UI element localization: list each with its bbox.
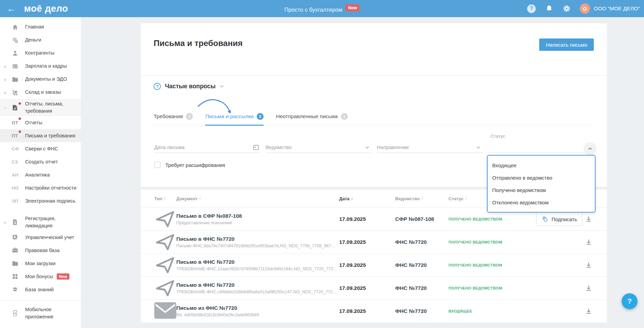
date-filter-input[interactable]: Дата письма [154,142,260,153]
document-cell: Письмо в ФНС №7720 ТРЕБОВАНИЕ-ФНС,c94bbb… [176,282,339,294]
sign-button[interactable]: Подписать [536,212,582,226]
sidebar-item-sklad[interactable]: +Склад и заказы [0,86,81,99]
sidebar-item-registratsiya[interactable]: +Регистрация, ликвидация [0,214,81,231]
sidebar-item-icon: ПТ [12,132,21,139]
sidebar-item-sverki-fns[interactable]: СФСверки с ФНС [0,142,81,155]
table-row[interactable]: Письмо из ФНС №7720 Re: 4d05b58b42818c8f… [141,299,607,323]
sidebar-item-moi-bonusy[interactable]: Мои бонусыNew [0,270,81,283]
help-icon[interactable]: ? [527,4,536,13]
expand-plus-icon[interactable]: + [3,64,7,69]
status-option[interactable]: Получено ведомством [488,184,595,196]
promo-banner[interactable]: Просто с бухгалтером New [284,4,359,13]
status-option[interactable]: Отправлено в ведомство [488,171,595,184]
sidebar-item-label: Контрагенты [25,49,54,57]
sidebar-item-label: Регистрация, ликвидация [25,215,77,229]
decrypt-checkbox[interactable] [154,162,160,168]
status-filter-select[interactable]: Статус ВходящееОтправлено в ведомствоПол… [488,142,594,153]
sidebar-item-moi-zagruzki[interactable]: Мои загрузки [0,257,81,270]
sign-button-label: Подписать [552,216,577,222]
chevron-up-icon[interactable] [584,142,597,155]
mobile-icon [12,310,19,317]
sidebar-item-icon [12,76,21,83]
sidebar-item-icon [12,89,21,96]
bell-icon[interactable] [545,4,553,13]
column-header-документ[interactable]: Документ↑ [176,196,339,201]
status-option[interactable]: Входящее [488,159,595,171]
document-subtitle: Re: 4d05b58b42818c8f40e26c3a4d960849 [176,313,339,317]
column-header-ведомство[interactable]: Ведомство↑ [395,196,448,201]
sidebar-item-kontragenty[interactable]: Контрагенты [0,47,81,60]
tab-pisma-i-rassylki[interactable]: Письма и рассылки2 [205,113,264,125]
page-header: Письма и требования Написать письмо [141,23,607,75]
sort-arrow-icon: ↑ [199,196,201,201]
sidebar-item-dokumenty[interactable]: +Документы и ЭДО [0,73,81,86]
back-arrow-icon[interactable]: ← [7,4,16,13]
date-cell: 17.09.2025 [339,262,395,268]
tab-trebovaniya[interactable]: Требования1 [154,113,193,125]
download-icon[interactable] [585,215,592,223]
tab-neotpravlennye-pisma[interactable]: Неотправленные письма1 [276,113,348,125]
sidebar-item-baza-znaniy[interactable]: База знаний [0,283,81,296]
sidebar: Главная₽ДеньгиКонтрагенты+Зарплата и кад… [0,17,81,328]
sidebar-item-analitika[interactable]: АНАналитика [0,168,81,181]
avatar[interactable]: O [580,3,590,14]
support-fab-button[interactable]: ? [622,293,637,309]
sidebar-item-icon [12,286,21,293]
sidebar-item-abbr: АН [12,172,18,178]
sidebar-item-label: Настройки отчетности [25,184,76,192]
svg-text:₽: ₽ [15,40,17,43]
sidebar-item-dengi[interactable]: ₽Деньги [0,34,81,47]
expand-plus-icon[interactable]: + [3,90,7,95]
sidebar-item-label: Аналитика [25,171,50,179]
expand-plus-icon[interactable]: + [3,219,7,225]
sidebar-item-label: База знаний [25,286,54,293]
decrypt-checkbox-label: Требует расшифрования [165,162,225,168]
row-actions [536,277,607,299]
contractors-icon [12,50,19,57]
download-icon[interactable] [585,238,592,246]
direction-filter-placeholder: Направление [377,144,409,150]
faq-label: Частые вопросы [165,83,216,90]
chevron-down-icon [475,144,481,150]
sidebar-item-sozdat-otchet[interactable]: СЗСоздать отчет [0,155,81,168]
sidebar-item-glavnaya[interactable]: Главная [0,21,81,34]
sidebar-item-zarplata[interactable]: +Зарплата и кадры [0,60,81,73]
direction-filter-select[interactable]: Направление [377,142,483,153]
sidebar-item-icon: СЗ [12,158,21,166]
sidebar-item-nastroyki-otchetnosti[interactable]: НОНастройки отчетности [0,181,81,194]
faq-row[interactable]: ? Частые вопросы [141,75,607,97]
calendar-icon[interactable] [253,144,259,150]
chevron-down-icon[interactable] [219,84,224,89]
gear-icon[interactable] [563,4,571,13]
sidebar-item-upravlencheskiy-uchet[interactable]: ₽Управленческий учет [0,231,81,244]
sidebar-item-mobilnoe-prilozhenie[interactable]: Мобильное приложение [0,305,81,322]
expand-plus-icon[interactable]: + [3,77,7,82]
sidebar-item-icon: СФ [12,145,21,152]
download-icon[interactable] [585,261,592,269]
table-row[interactable]: Письмо в ФНС №7720 ТРЕБОВАНИЕ-ФНС,c94bbb… [141,276,607,299]
download-icon[interactable] [585,307,592,315]
column-header-тип[interactable]: Тип↑ [154,196,176,201]
status-option[interactable]: Отклонено ведомством [488,196,595,208]
table-row[interactable]: Письмо в ФНС №7720 Письмо-ФНС,9da78c7407… [141,230,607,253]
compose-letter-button[interactable]: Написать письмо [539,38,594,51]
sidebar-item-abbr: ПТ [12,133,18,138]
sidebar-item-label: Мои загрузки [25,260,56,267]
column-header-дата[interactable]: Дата↓ [339,196,395,201]
sidebar-item-label: Сверки с ФНС [25,145,58,152]
agency-filter-select[interactable]: Ведомство [266,142,372,153]
tab-count-badge: 1 [186,113,193,120]
sort-arrow-icon: ↓ [351,196,353,201]
filters-section: Дата письма Ведомство Напр [141,125,607,187]
sidebar-item-pisma-i-trebovaniya[interactable]: ПТПисьма и требования [0,129,81,142]
collapse-minus-icon[interactable]: − [3,105,7,111]
download-icon[interactable] [585,284,592,292]
sidebar-item-otchety-pisma-trebovaniya[interactable]: −Отчеты, письма, требования [0,99,81,116]
table-row[interactable]: Письмо в ФНС №7720 ТРЕБОВАНИЕ-ФНС,12aac0… [141,253,607,276]
sidebar-item-pravovaya-baza[interactable]: Правовая база [0,244,81,257]
sidebar-item-otchety[interactable]: ОТОтчеты [0,116,81,129]
sidebar-item-elektronnaya-podpis[interactable]: ЭПЭлектронная подпись [0,194,81,207]
account-name[interactable]: ООО "МОЕ ДЕЛО" [594,5,640,12]
promo-new-badge: New [345,4,360,11]
sidebar-item-icon [12,23,21,31]
